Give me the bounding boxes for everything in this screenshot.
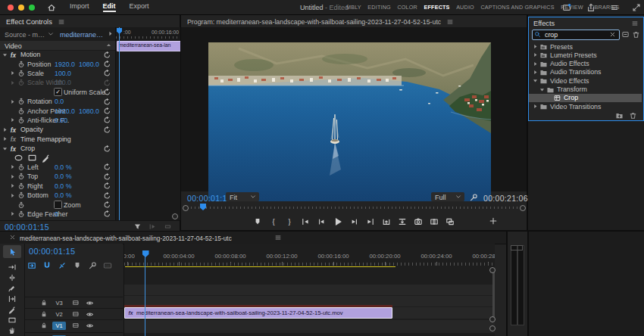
reset-parameter-icon[interactable] [103,163,111,171]
twirl-right-icon[interactable] [532,43,539,50]
mode-nav-export[interactable]: Export [130,2,149,12]
twirl-right-icon[interactable] [9,79,16,86]
reset-parameter-icon[interactable] [103,98,111,106]
accelerated-effects-filter-icon[interactable] [621,30,630,39]
panel-menu-icon[interactable] [446,18,454,26]
lift-icon[interactable] [382,217,391,226]
effect-name[interactable]: Time Remapping [20,135,71,143]
effects-tree-item-crop[interactable]: Crop [529,94,642,102]
twirl-right-icon[interactable] [9,117,16,123]
reset-parameter-icon[interactable] [103,88,111,96]
stopwatch-icon[interactable] [17,61,25,68]
track-lane-v3[interactable] [124,285,495,295]
reset-parameter-icon[interactable] [103,126,111,134]
window-menu-icon[interactable] [610,3,619,12]
property-value[interactable]: 0.0 % [55,191,72,199]
loop-icon[interactable] [164,222,172,231]
twirl-down-icon[interactable] [539,86,546,93]
home-icon[interactable] [47,3,56,12]
fullscreen-icon[interactable] [632,3,641,12]
property-value[interactable]: 0.00 [55,117,67,124]
play-icon[interactable] [333,216,343,227]
workspace-tab-color[interactable]: COLOR [397,4,417,11]
tab-overflow-icon[interactable] [107,30,114,37]
property-value[interactable]: 1080.0 [79,107,99,115]
twirl-down-icon[interactable] [2,51,8,58]
chevron-down-icon[interactable] [47,30,55,38]
toggle-track-output-eye-icon[interactable] [86,322,94,330]
twirl-right-icon[interactable] [9,163,16,170]
program-current-timecode[interactable]: 00:00:01:15 [187,194,232,203]
stopwatch-icon[interactable] [17,98,25,105]
twirl-right-icon[interactable] [9,70,16,76]
timeline-playhead-line[interactable] [145,251,145,336]
stopwatch-icon[interactable] [17,201,25,209]
stopwatch-icon[interactable] [17,163,25,171]
track-target-v3[interactable]: V3 [52,299,66,307]
twirl-right-icon[interactable] [9,182,16,189]
mini-timeline-scroll-handle[interactable] [172,213,178,219]
track-target-v2[interactable]: V2 [52,310,66,319]
comparison-view-icon[interactable] [430,217,439,226]
effects-search-input[interactable] [543,30,608,39]
property-value[interactable]: 100.0 [55,79,71,86]
reset-parameter-icon[interactable] [103,201,111,209]
stopwatch-icon[interactable] [17,79,25,86]
reset-parameter-icon[interactable] [103,173,111,181]
export-frame-icon[interactable] [414,217,423,226]
rect-mask-icon[interactable] [27,153,37,163]
property-value[interactable]: 0.0 [55,98,64,105]
panel-menu-icon[interactable] [58,18,65,26]
button-editor-plus-icon[interactable] [489,216,498,226]
property-value[interactable]: 0.0 % [55,173,72,180]
scrubber-right-handle[interactable] [520,205,526,211]
twirl-right-icon[interactable] [9,173,16,180]
checkbox-zoom[interactable] [54,201,62,209]
twirl-right-icon[interactable] [9,192,16,199]
workspace-tab-effects[interactable]: EFFECTS [424,4,449,11]
sync-lock-icon[interactable] [72,310,80,318]
reset-parameter-icon[interactable] [103,145,111,153]
filter-properties-icon[interactable] [133,222,142,231]
effects-tree-item-audio-effects[interactable]: Audio Effects [529,60,642,68]
twirl-right-icon[interactable] [532,103,539,110]
playback-resolution-select[interactable]: Full [431,192,464,201]
close-sequence-icon[interactable] [9,234,16,241]
property-value[interactable]: 0.0 % [55,182,72,190]
property-value[interactable]: 1920.0 [55,107,75,115]
effects-tree-item-transform[interactable]: Transform [529,86,642,94]
maximize-window-button[interactable] [29,5,35,11]
panel-menu-icon[interactable] [631,20,639,27]
twirl-right-icon[interactable] [2,135,8,142]
multicam-icon[interactable] [445,217,455,226]
delete-custom-item-icon[interactable] [629,111,637,120]
program-scrubber[interactable] [181,203,527,213]
twirl-right-icon[interactable] [532,61,539,67]
reset-parameter-icon[interactable] [103,79,111,87]
clear-search-icon[interactable] [609,31,616,38]
source-monitor-tab[interactable]: Source - mediterran... [5,31,48,39]
sequence-tab[interactable]: mediterranean-sea-landscape-with-sailboa… [20,235,232,242]
lock-icon[interactable] [40,310,48,318]
reset-parameter-icon[interactable] [103,191,111,200]
clip-tab[interactable]: mediterranean-s... [60,31,105,39]
panel-menu-icon[interactable] [274,234,282,241]
video-section-header[interactable]: Video [5,42,22,50]
stopwatch-icon[interactable] [17,70,25,77]
timeline-body[interactable]: 00:0000:00:04:0000:00:08:0000:00:12:0000… [123,244,495,336]
timeline-clip-v1[interactable]: fx mediterranean-sea-landscape-with-sail… [124,307,392,319]
property-value[interactable]: 0.0 % [55,163,72,171]
minimize-window-button[interactable] [18,5,24,11]
mark-out-icon[interactable]: } [285,217,294,226]
effects-tree-item-lumetri-presets[interactable]: Lumetri Presets [529,51,642,59]
track-target-v1[interactable]: V1 [52,322,66,330]
stopwatch-icon[interactable] [17,191,25,199]
scrollbar-bottom-handle[interactable] [489,316,496,322]
reset-parameter-icon[interactable] [103,107,111,115]
pen-mask-icon[interactable] [41,153,51,163]
track-lane-a1[interactable] [124,320,495,333]
mode-nav-import[interactable]: Import [70,2,89,12]
share-icon[interactable] [586,3,596,12]
stopwatch-icon[interactable] [17,210,25,218]
lock-icon[interactable] [40,322,48,329]
